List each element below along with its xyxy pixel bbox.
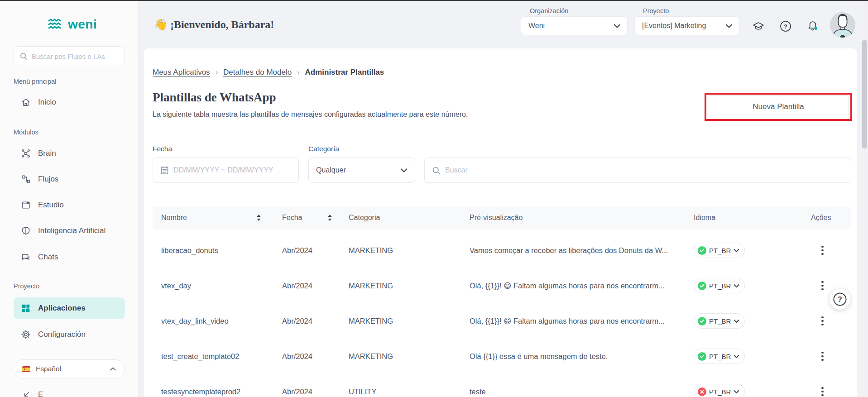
- organization-label: Organización: [530, 7, 568, 14]
- bell-icon: [807, 20, 819, 33]
- organization-value: Weni: [528, 22, 545, 30]
- language-badge[interactable]: PT_BR: [694, 349, 745, 364]
- templates-table: Nombre Fecha Categoria Pré-visualização …: [153, 207, 851, 397]
- breadcrumb-detalhes-do-modelo[interactable]: Detalhes do Modelo: [223, 68, 292, 77]
- page-scrollbar[interactable]: [861, 1, 868, 397]
- template-language-cell: PT_BR: [685, 313, 802, 329]
- sidebar-item-label: Estudio: [38, 201, 64, 210]
- sidebar-item-configuracion[interactable]: Configuración: [14, 325, 125, 344]
- page-subtitle: La siguiente tabla muestra las plantilla…: [153, 110, 468, 119]
- sidebar-item-label: Chats: [38, 253, 58, 262]
- language-badge[interactable]: PT_BR: [694, 243, 745, 258]
- language-code: PT_BR: [709, 317, 731, 325]
- sidebar-item-flujos[interactable]: Flujos: [14, 169, 125, 189]
- template-date: Abr/2024: [273, 246, 340, 255]
- modules-section-label: Módulos: [14, 129, 38, 136]
- graduation-cap-icon: [752, 21, 765, 32]
- project-select[interactable]: [Eventos] Marketing: [634, 16, 739, 35]
- sidebar-item-inicio[interactable]: Inicio: [14, 92, 125, 112]
- weni-logo[interactable]: weni: [48, 17, 97, 32]
- header-fecha: Fecha: [273, 214, 340, 222]
- breadcrumb-meus-aplicativos[interactable]: Meus Aplicativos: [153, 68, 210, 77]
- spain-flag-icon: [22, 366, 30, 372]
- template-search[interactable]: [424, 158, 851, 183]
- welcome-message: 👋 ¡Bienvenido, Bárbara!: [154, 18, 274, 31]
- status-rejected-icon: [698, 387, 706, 396]
- sidebar-collapse-button[interactable]: E: [22, 390, 43, 397]
- notifications-button[interactable]: [806, 19, 820, 33]
- date-range-input[interactable]: [153, 158, 299, 183]
- app-window: weni Menú principal Inicio Módulos: [0, 0, 868, 397]
- row-actions-menu[interactable]: [819, 278, 826, 293]
- chevron-up-icon: [110, 367, 116, 371]
- table-header-row: Nombre Fecha Categoria Pré-visualização …: [153, 207, 851, 229]
- apps-grid-icon: [21, 303, 31, 313]
- sidebar-item-inteligencia-artificial[interactable]: Inteligencia Artificial: [14, 221, 125, 241]
- language-badge[interactable]: PT_BR: [694, 313, 745, 329]
- sidebar-item-label: Brain: [38, 149, 56, 158]
- chevron-down-icon: [734, 354, 739, 359]
- new-template-button[interactable]: Nueva Plantilla: [708, 96, 849, 118]
- table-row: vtex_day Abr/2024 MARKETING Olá, {{1}}! …: [153, 268, 851, 303]
- template-date: Abr/2024: [273, 352, 340, 361]
- help-button[interactable]: ?: [779, 19, 792, 33]
- sidebar-item-estudio[interactable]: Estudio: [14, 195, 125, 215]
- language-selector[interactable]: Español: [14, 359, 125, 378]
- gear-icon: [21, 330, 31, 340]
- sidebar-search[interactable]: [14, 46, 125, 66]
- home-icon: [21, 97, 31, 107]
- organization-select[interactable]: Weni: [521, 16, 628, 35]
- sidebar-search-input[interactable]: [32, 53, 119, 60]
- category-select[interactable]: Qualquer: [308, 158, 415, 183]
- template-language-cell: PT_BR: [685, 384, 802, 397]
- project-section-label: Proyecto: [14, 282, 39, 290]
- sidebar-item-label: Aplicaciones: [38, 304, 86, 313]
- chevron-down-icon: [400, 168, 408, 173]
- sidebar-item-brain[interactable]: Brain: [14, 143, 125, 163]
- language-badge[interactable]: PT_BR: [694, 278, 745, 293]
- scrollbar-thumb[interactable]: [862, 40, 867, 148]
- academy-button[interactable]: [752, 19, 765, 33]
- sort-icon[interactable]: [256, 214, 262, 222]
- table-row: test_create_template02 Abr/2024 MARKETIN…: [153, 339, 851, 374]
- language-code: PT_BR: [709, 353, 731, 360]
- svg-text:?: ?: [838, 296, 842, 303]
- header-idioma: Idioma: [685, 214, 802, 222]
- collapse-label: E: [38, 390, 43, 397]
- row-actions-menu[interactable]: [819, 314, 826, 329]
- template-preview: Olá {{1}} essa é uma mensagem de teste.: [461, 352, 685, 361]
- row-actions-menu[interactable]: [819, 349, 826, 364]
- template-date: Abr/2024: [273, 282, 340, 290]
- template-language-cell: PT_BR: [685, 349, 802, 364]
- question-circle-icon: ?: [832, 292, 848, 307]
- sidebar: weni Menú principal Inicio Módulos: [0, 1, 139, 397]
- status-approved-icon: [698, 282, 706, 290]
- header-acoes: Ações: [802, 214, 851, 222]
- template-date: Abr/2024: [273, 317, 340, 325]
- sidebar-item-chats[interactable]: Chats: [14, 247, 125, 267]
- table-row: testesynctemplateprod2 Abr/2024 UTILITY …: [153, 374, 851, 397]
- chevron-down-icon: [734, 319, 739, 323]
- status-approved-icon: [698, 246, 706, 255]
- sidebar-item-aplicaciones[interactable]: Aplicaciones: [14, 297, 125, 319]
- template-category: MARKETING: [340, 317, 461, 325]
- row-actions-menu[interactable]: [819, 384, 826, 397]
- sort-icon[interactable]: [327, 214, 333, 222]
- breadcrumb-separator: ›: [216, 68, 218, 77]
- date-range-field[interactable]: [173, 166, 291, 174]
- language-badge[interactable]: PT_BR: [694, 384, 745, 397]
- template-search-input[interactable]: [445, 166, 844, 174]
- template-preview: teste: [461, 387, 685, 396]
- avatar[interactable]: [830, 12, 855, 38]
- template-name: testesynctemplateprod2: [153, 387, 273, 396]
- breadcrumb: Meus Aplicativos › Detalhes do Modelo › …: [153, 68, 384, 77]
- template-category: MARKETING: [340, 246, 461, 255]
- search-icon: [19, 52, 28, 60]
- language-code: PT_BR: [709, 388, 731, 396]
- row-actions-menu[interactable]: [819, 243, 826, 258]
- template-category: MARKETING: [340, 352, 461, 361]
- collapse-icon: [22, 390, 31, 397]
- language-code: PT_BR: [709, 282, 731, 290]
- ai-brain-icon: [21, 226, 31, 236]
- floating-help-button[interactable]: ?: [830, 289, 850, 310]
